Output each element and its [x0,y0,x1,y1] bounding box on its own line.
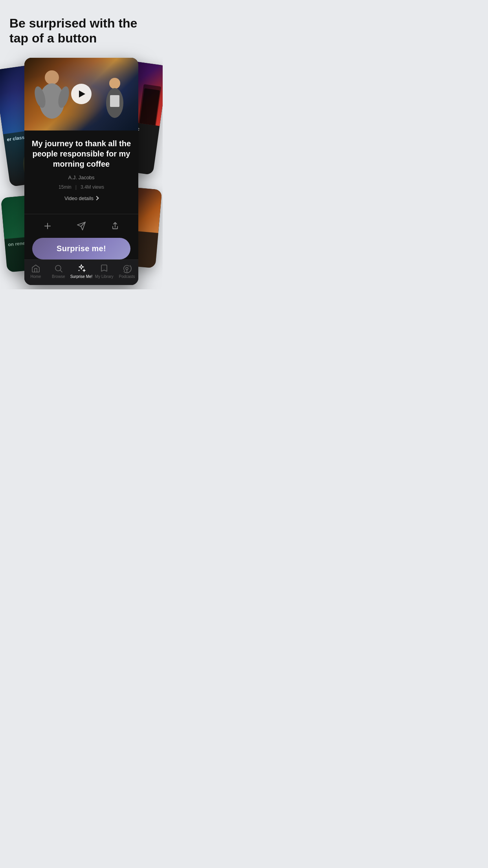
podcasts-label: Podcasts [119,274,135,279]
svg-rect-6 [110,95,119,107]
share-icon [110,221,120,231]
share-button[interactable] [109,220,121,232]
tab-browse[interactable]: Browse [48,264,70,279]
send-button[interactable] [75,220,88,232]
video-author: A.J. Jacobs [31,175,132,180]
svg-point-11 [55,265,61,271]
cards-scene: er classical dance on renewable energy A… [0,54,163,274]
card-actions [24,214,138,238]
video-meta: 15min | 3.4M views [31,184,132,190]
video-details-text: Video details [64,195,94,201]
browse-label: Browse [52,274,65,279]
sparkle-icon [77,264,86,273]
chevron-right-icon [94,196,99,200]
svg-point-13 [79,270,79,271]
video-title: My journey to thank all the people respo… [31,138,132,169]
library-label: My Library [95,274,114,279]
person-left-figure [32,68,72,131]
card-body: My journey to thank all the people respo… [24,131,138,214]
svg-point-0 [45,70,59,85]
main-card: My journey to thank all the people respo… [24,58,138,285]
podcasts-icon [122,264,132,273]
add-button[interactable] [41,220,54,232]
tab-library[interactable]: My Library [93,264,115,279]
play-triangle [79,90,85,97]
home-icon [31,264,40,273]
video-area [24,58,138,131]
svg-point-14 [126,267,128,270]
header-section: Be surprised with the tap of a button [0,0,163,54]
add-icon [43,221,52,231]
surprise-label: Surprise Me! [70,274,93,279]
tab-surprise[interactable]: Surprise Me! [70,264,93,279]
tab-bar: Home Browse [24,259,138,285]
svg-point-4 [109,78,120,89]
video-views: 3.4M views [81,184,104,190]
search-icon [54,264,63,273]
meta-divider: | [75,184,77,190]
library-icon [99,264,109,273]
page-wrapper: Be surprised with the tap of a button er… [0,0,163,289]
header-title: Be surprised with the tap of a button [9,16,137,45]
play-button[interactable] [71,84,92,104]
tab-home[interactable]: Home [25,264,47,279]
surprise-section: Surprise me! [24,238,138,259]
video-details-link[interactable]: Video details [31,195,132,201]
home-label: Home [31,274,41,279]
send-icon [77,221,86,231]
video-duration: 15min [59,184,72,190]
person-right-figure [99,75,130,127]
tab-podcasts[interactable]: Podcasts [116,264,138,279]
svg-line-12 [60,270,62,272]
surprise-me-button[interactable]: Surprise me! [32,238,130,259]
